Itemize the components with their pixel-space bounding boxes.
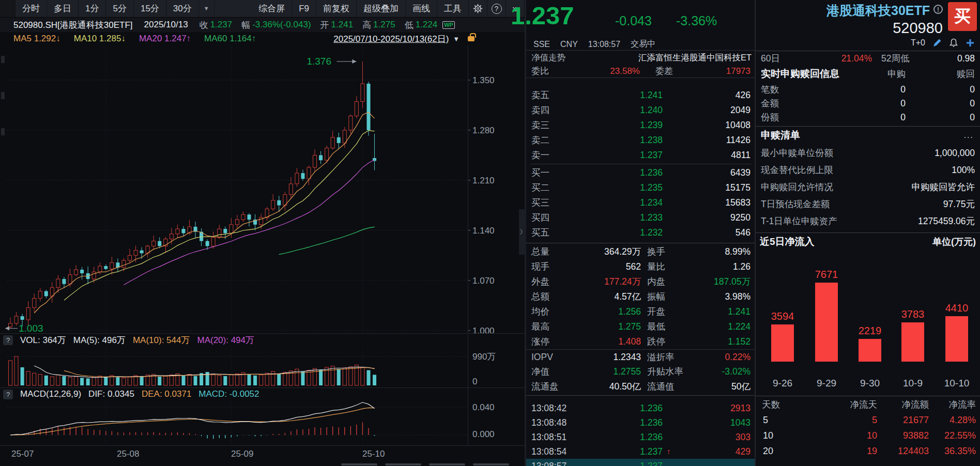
sub-value-subscribe: 0 [844,111,906,125]
netflow-value: 2219 [847,325,893,337]
pencil-icon[interactable] [932,38,942,48]
help-icon[interactable]: ? [3,335,13,345]
help-icon[interactable]: ? [487,0,506,17]
period-dropdown-icon[interactable]: ▼ [199,0,215,17]
level-label: 买一 [531,165,549,180]
stat-label: 总额 [531,289,549,304]
ask-row[interactable]: 卖三1.23910408 [526,118,756,133]
stat-value: 187.05万 [714,274,751,289]
toolbar-button-F9[interactable]: F9 [292,0,316,17]
stat-row: IOPV1.2343溢折率0.22% [526,349,756,364]
netflow-value: 7671 [803,269,850,281]
toolbar-button-综合屏[interactable]: 综合屏 [252,0,292,17]
week52-low-label: 52周低 [881,51,909,66]
date-range-selector[interactable]: 2025/07/10-2025/10/13(62日) [333,33,449,45]
wp-monitor-icon[interactable]: WP [442,21,455,29]
nav-fund-row[interactable]: 净值走势 汇添富恒生港股通中国科技ET [526,51,756,64]
level-price: 1.234 [604,195,663,210]
panel-collapse-handle[interactable]: 》 [519,209,527,255]
toolbar-button-工具[interactable]: 工具 [437,0,469,17]
level-price: 1.233 [604,210,663,225]
legend-item: MACD: -0.0052 [198,389,259,399]
ma-item-MA10: MA10 1.285↓ [74,34,126,44]
tick-volume: 2913 [730,401,751,415]
buy-button[interactable]: 买 [948,2,977,31]
gear-icon[interactable] [469,0,487,17]
tplus-toolbar: T+0 [760,36,975,50]
bid-levels[interactable]: 买一1.2366439买二1.23515175买三1.23415683买四1.2… [526,165,756,240]
netflow-table-row: 55216774.28% [756,412,980,428]
candlestick-chart[interactable]: 1.3501.2801.2101.1401.0701.0001.3761.003 [0,45,525,333]
level-price: 1.236 [604,165,663,180]
tick-time: 13:08:42 [531,401,566,415]
ask-row[interactable]: 卖二1.23811426 [526,133,756,148]
netflow-bar [945,316,968,362]
tick-volume: 303 [736,430,751,444]
high-value: 1.275 [373,20,395,30]
top-toolbar: 分时多日1分5分15分30分 ▼ 综合屏F9前复权超级叠加画线工具 ? » [0,0,525,18]
subscription-row: 份额00 [756,111,980,125]
stat-label: 外盘 [531,274,549,289]
currency-label: CNY [560,40,578,49]
level-volume: 15683 [725,195,751,210]
level-price: 1.241 [604,88,663,103]
bid-row[interactable]: 买二1.23515175 [526,180,756,195]
bid-row[interactable]: 买四1.2339250 [526,210,756,225]
redeem-list-header: 申赎清单 ... [756,128,980,143]
redeem-value: 1275459.06元 [918,213,975,230]
level-label: 卖一 [531,148,549,163]
period-tab-15分[interactable]: 15分 [134,0,166,17]
svg-text:990万: 990万 [472,352,496,362]
period-tab-1分[interactable]: 1分 [79,0,106,17]
ma-item-MA20: MA20 1.247↑ [139,34,191,44]
bid-row[interactable]: 买五1.232546 [526,225,756,240]
etf-name: 港股通科技30ETF ! [826,2,943,19]
netflow-unit: 单位(万元) [932,234,976,250]
toolbar-button-前复权[interactable]: 前复权 [316,0,357,17]
range-dropdown-icon[interactable]: ▼ [453,35,460,43]
netflow-date: 10-9 [890,378,936,389]
ask-levels[interactable]: 卖五1.241426卖四1.2402049卖三1.23910408卖二1.238… [526,88,756,163]
tick-row: 13:08:571.237 [526,459,756,466]
stat-label: 跌停 [647,334,665,349]
stat-label: 最高 [531,319,549,334]
sub-value-subscribe: 0 [844,97,906,111]
netflow-date: 9-29 [803,378,850,389]
redeem-value: 申购赎回皆允许 [912,179,975,196]
ask-row[interactable]: 卖五1.241426 [526,88,756,103]
ask-row[interactable]: 卖四1.2402049 [526,103,756,118]
period-tab-多日[interactable]: 多日 [47,0,79,17]
period-tab-分时[interactable]: 分时 [16,0,47,17]
stat-label: 量比 [647,259,665,274]
toolbar-button-超级叠加[interactable]: 超级叠加 [357,0,406,17]
tick-list[interactable]: 13:08:421.236291313:08:481.236104313:08:… [526,401,756,466]
stat-label: 流通值 [647,379,675,394]
subscribe-col-label: 申购 [844,66,906,82]
title-column: 港股通科技30ETF ! 520980 [826,2,943,37]
help-icon[interactable]: ? [3,390,13,399]
info-icon[interactable]: ! [933,5,943,14]
tick-time: 13:08:57 [531,459,566,466]
section-divider [526,395,756,396]
more-ellipsis[interactable]: ... [964,128,974,143]
redeem-row: 最小申赎单位份额1,000,000 [756,145,980,162]
ma-values: MA5 1.292↓MA10 1.285↓MA20 1.247↑MA60 1.1… [0,34,256,44]
toolbar-button-画线[interactable]: 画线 [406,0,437,17]
bid-row[interactable]: 买三1.23415683 [526,195,756,210]
lock-icon[interactable] [468,36,474,41]
stat-label: 流通盘 [531,379,559,394]
stat-label: 开盘 [647,304,665,319]
ask-row[interactable]: 卖一1.2374811 [526,148,756,163]
tick-price: 1.236 [604,401,663,415]
bid-row[interactable]: 买一1.2366439 [526,165,756,180]
volume-chart[interactable]: 990万0 [0,346,525,387]
macd-chart[interactable]: 0.0400.000 [0,401,525,445]
macd-pane-header: ? MACD(12,26,9)DIF: 0.0345DEA: 0.0371MAC… [0,388,525,400]
bell-icon[interactable] [949,38,958,48]
add-icon[interactable] [966,38,975,48]
exchange-status-row: SSE CNY 13:08:57 交易中 [526,38,756,51]
section-divider [526,243,756,243]
period-tab-30分[interactable]: 30分 [166,0,199,17]
exchange-label: SSE [533,40,550,49]
period-tab-5分[interactable]: 5分 [106,0,133,17]
